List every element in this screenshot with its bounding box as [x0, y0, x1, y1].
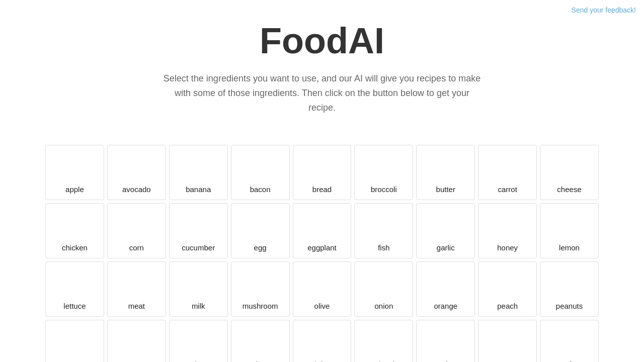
ingredient-image-orange — [431, 267, 461, 298]
ingredient-card-peanuts[interactable]: peanuts — [540, 261, 599, 317]
ingredient-image-eggplant — [307, 209, 337, 239]
ingredient-label-potato: potato — [126, 360, 147, 362]
ingredient-image-carrot — [493, 151, 523, 181]
ingredient-image-corn — [121, 209, 151, 239]
ingredient-card-tomato[interactable]: tomato — [478, 320, 537, 362]
ingredient-card-broccoli[interactable]: broccoli — [354, 145, 413, 200]
ingredient-label-cucumber: cucumber — [182, 243, 215, 252]
ingredient-card-cheese[interactable]: cheese — [540, 145, 599, 200]
feedback-link[interactable]: Send your feedback! — [572, 6, 636, 14]
ingredient-image-tofu — [554, 326, 585, 356]
ingredient-image-apple — [59, 151, 90, 181]
ingredient-image-strawberry — [431, 326, 461, 356]
ingredient-image-pepper — [59, 326, 90, 356]
ingredient-card-strawberry[interactable]: strawberry — [416, 320, 475, 362]
ingredient-image-lettuce — [59, 267, 90, 298]
ingredient-label-honey: honey — [497, 243, 518, 252]
ingredient-image-salmon — [245, 326, 275, 356]
ingredient-card-rice[interactable]: rice — [169, 320, 228, 362]
ingredient-image-cheese — [554, 151, 585, 181]
ingredient-image-chicken — [59, 209, 90, 239]
ingredient-label-eggplant: eggplant — [307, 243, 337, 252]
ingredient-image-garlic — [431, 209, 461, 239]
ingredient-image-fish — [369, 209, 399, 239]
ingredient-image-tomato — [493, 326, 523, 356]
app-title: FoodAI — [10, 20, 634, 61]
ingredient-card-meat[interactable]: meat — [107, 261, 166, 317]
ingredient-label-broccoli: broccoli — [371, 185, 397, 194]
ingredient-label-fish: fish — [378, 243, 389, 252]
ingredient-image-avocado — [121, 151, 151, 181]
ingredient-label-apple: apple — [65, 185, 84, 194]
subtitle: Select the ingredients you want to use, … — [161, 71, 483, 115]
ingredient-card-peach[interactable]: peach — [478, 261, 537, 317]
ingredient-label-garlic: garlic — [437, 243, 455, 252]
ingredient-image-onion — [369, 267, 399, 298]
ingredient-card-honey[interactable]: honey — [478, 203, 537, 258]
ingredient-card-lemon[interactable]: lemon — [540, 203, 599, 258]
ingredient-label-meat: meat — [128, 302, 145, 310]
ingredient-image-broccoli — [369, 151, 399, 181]
ingredient-label-milk: milk — [192, 302, 205, 310]
ingredient-label-rice: rice — [192, 360, 204, 362]
ingredient-card-fish[interactable]: fish — [354, 203, 413, 258]
ingredient-image-shrimp — [307, 326, 337, 356]
ingredient-image-bacon — [245, 151, 275, 181]
ingredient-label-peach: peach — [497, 302, 518, 310]
ingredient-card-butter[interactable]: butter — [416, 145, 475, 200]
ingredient-card-tofu[interactable]: tofu — [540, 320, 599, 362]
ingredient-label-lettuce: lettuce — [63, 302, 86, 310]
ingredient-card-banana[interactable]: banana — [169, 145, 228, 200]
ingredient-image-milk — [183, 267, 213, 298]
ingredient-label-bread: bread — [312, 185, 332, 194]
ingredient-card-potato[interactable]: potato — [107, 320, 166, 362]
ingredient-image-banana — [183, 151, 213, 181]
ingredient-label-lemon: lemon — [559, 243, 580, 252]
ingredient-card-bacon[interactable]: bacon — [231, 145, 290, 200]
ingredient-card-olive[interactable]: olive — [293, 261, 352, 317]
ingredient-image-peach — [493, 267, 523, 298]
ingredient-label-onion: onion — [375, 302, 393, 310]
ingredient-label-butter: butter — [436, 185, 455, 194]
ingredient-card-corn[interactable]: corn — [107, 203, 166, 258]
ingredient-card-onion[interactable]: onion — [354, 261, 413, 317]
ingredient-label-shrimp: shrimp — [310, 360, 333, 362]
ingredient-card-eggplant[interactable]: eggplant — [293, 203, 352, 258]
ingredient-label-egg: egg — [254, 243, 267, 252]
ingredient-label-chicken: chicken — [62, 243, 88, 252]
ingredient-card-avocado[interactable]: avocado — [107, 145, 166, 200]
ingredient-image-butter — [431, 151, 461, 181]
ingredient-label-avocado: avocado — [122, 185, 151, 194]
ingredient-card-pepper[interactable]: pepper — [45, 320, 104, 362]
ingredient-card-bread[interactable]: bread — [293, 145, 352, 200]
ingredient-label-bacon: bacon — [250, 185, 271, 194]
ingredient-label-strawberry: strawberry — [428, 360, 463, 362]
ingredient-card-chicken[interactable]: chicken — [45, 203, 104, 258]
ingredient-label-salmon: salmon — [248, 360, 272, 362]
ingredient-card-cucumber[interactable]: cucumber — [169, 203, 228, 258]
ingredient-label-olive: olive — [314, 302, 330, 310]
ingredient-label-tofu: tofu — [563, 360, 576, 362]
ingredient-card-spinach[interactable]: spinach — [354, 320, 413, 362]
ingredient-label-corn: corn — [129, 243, 144, 252]
ingredient-card-garlic[interactable]: garlic — [416, 203, 475, 258]
ingredient-label-pepper: pepper — [63, 360, 87, 362]
ingredient-label-cheese: cheese — [557, 185, 581, 194]
ingredients-grid: appleavocadobananabaconbreadbroccolibutt… — [45, 140, 599, 362]
ingredient-card-milk[interactable]: milk — [169, 261, 228, 317]
ingredient-card-salmon[interactable]: salmon — [231, 320, 290, 362]
ingredient-card-apple[interactable]: apple — [45, 145, 104, 200]
ingredient-label-carrot: carrot — [498, 185, 517, 194]
ingredient-card-carrot[interactable]: carrot — [478, 145, 537, 200]
ingredient-card-lettuce[interactable]: lettuce — [45, 261, 104, 317]
ingredient-card-shrimp[interactable]: shrimp — [293, 320, 352, 362]
ingredient-card-orange[interactable]: orange — [416, 261, 475, 317]
ingredient-card-mushroom[interactable]: mushroom — [231, 261, 290, 317]
ingredient-label-peanuts: peanuts — [556, 302, 583, 310]
ingredient-image-rice — [183, 326, 213, 356]
ingredient-image-potato — [121, 326, 151, 356]
ingredient-card-egg[interactable]: egg — [231, 203, 290, 258]
header: FoodAI Select the ingredients you want t… — [0, 0, 644, 140]
ingredient-image-lemon — [554, 209, 585, 239]
ingredient-image-olive — [307, 267, 337, 298]
